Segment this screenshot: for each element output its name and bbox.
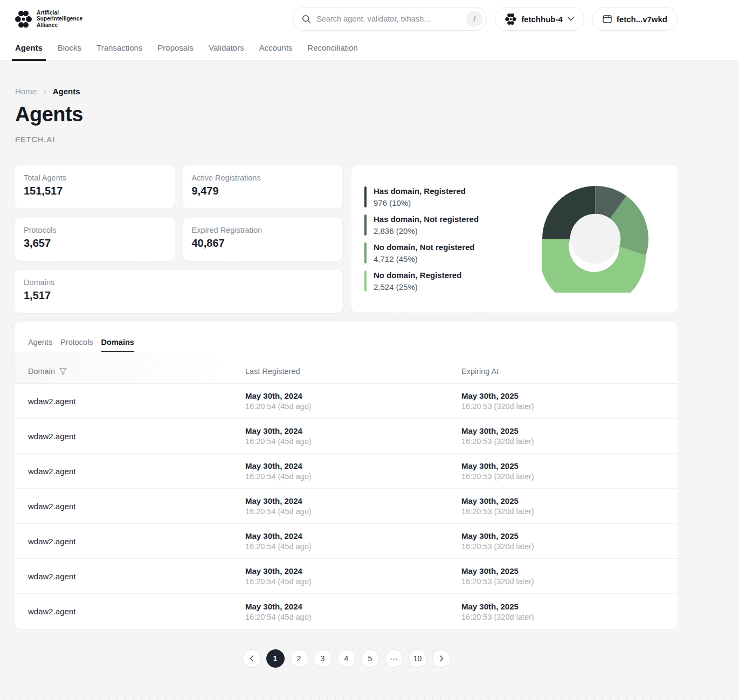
table-row[interactable]: wdaw2.agent May 30th, 2024 16:20:54 (45d… [15,559,678,594]
filter-icon[interactable] [59,368,67,375]
column-header-domain: Domain [28,367,55,376]
search-shortcut-badge: / [466,11,482,27]
table-row[interactable]: wdaw2.agent May 30th, 2024 16:20:54 (45d… [15,524,678,559]
table-body: wdaw2.agent May 30th, 2024 16:20:54 (45d… [15,384,678,629]
domain-cell: wdaw2.agent [15,607,245,616]
search-bar[interactable]: / [293,7,487,31]
domain-cell: wdaw2.agent [15,397,245,406]
table-row[interactable]: wdaw2.agent May 30th, 2024 16:20:54 (45d… [15,489,678,524]
wallet-address-label: fetch...v7wkd [617,15,667,24]
stat-card-expired-registration: Expired Registration 40,867 [183,218,343,261]
pagination-page-button[interactable]: 3 [314,649,332,668]
pagination-page-button[interactable]: 10 [409,649,427,668]
chevron-left-icon [250,655,254,662]
donut-hole [571,214,620,264]
last-registered-cell: May 30th, 2024 16:20:54 (45d ago) [245,461,461,481]
network-selector-button[interactable]: fetchhub-4 [495,7,584,31]
domain-cell: wdaw2.agent [15,467,245,476]
last-registered-cell: May 30th, 2024 16:20:54 (45d ago) [245,426,461,446]
legend-item[interactable]: Has domain, Not registered 2,836 (20%) [364,214,479,235]
legend-value: 2,836 (20%) [374,226,479,235]
stat-card-domains: Domains 1,517 [15,270,342,313]
page-subtitle: FETCH.AI [15,135,678,144]
table-tabs: Agents Protocols Domains [28,338,678,352]
breadcrumb-current: Agents [53,87,80,96]
stat-value: 151,517 [24,185,166,197]
table-tab[interactable]: Agents [28,338,52,352]
search-input[interactable] [316,15,461,23]
table-row[interactable]: wdaw2.agent May 30th, 2024 16:20:54 (45d… [15,594,678,629]
stat-value: 3,657 [24,237,166,249]
expiring-at-cell: May 30th, 2025 16:20:53 (320d later) [461,602,678,621]
nav-item[interactable]: Transactions [96,43,142,60]
stat-label: Protocols [24,226,166,234]
brand-name: Artificial Superintelligence Alliance [37,10,82,29]
pagination: 1 2 3 4 5 ··· 10 [15,649,678,668]
domain-registration-chart-card: Has domain, Registered 976 (10%) Has dom… [351,165,678,313]
asi-logo-icon [15,10,32,29]
pagination-page-button[interactable]: 1 [266,649,285,668]
table-row[interactable]: wdaw2.agent May 30th, 2024 16:20:54 (45d… [15,384,678,419]
wallet-button[interactable]: fetch...v7wkd [592,7,678,31]
nav-item[interactable]: Reconciliation [307,43,357,60]
expiring-at-cell: May 30th, 2025 16:20:53 (320d later) [461,566,678,586]
stat-label: Expired Registration [192,226,334,234]
nav-item[interactable]: Proposals [157,43,194,60]
nav-item[interactable]: Accounts [259,43,293,60]
pagination-page-button[interactable]: 2 [290,649,308,668]
search-icon [302,15,311,24]
stat-label: Total Agents [24,174,166,182]
top-bar: Artificial Superintelligence Alliance / [0,0,739,61]
wallet-icon [603,15,612,23]
legend-color-bar [364,186,367,207]
domain-cell: wdaw2.agent [15,572,245,581]
legend-color-bar [364,242,367,264]
main-nav: Agents Blocks Transactions Proposals Val… [15,43,678,60]
brand-logo[interactable]: Artificial Superintelligence Alliance [15,10,82,29]
nav-item[interactable]: Agents [15,43,43,60]
domain-cell: wdaw2.agent [15,502,245,511]
legend-color-bar [364,271,367,292]
stat-value: 9,479 [192,185,334,197]
legend-item[interactable]: Has domain, Registered 976 (10%) [364,186,479,207]
pagination-page-button[interactable]: 4 [337,649,356,668]
table-row[interactable]: wdaw2.agent May 30th, 2024 16:20:54 (45d… [15,419,678,454]
domain-cell: wdaw2.agent [15,432,245,441]
last-registered-cell: May 30th, 2024 16:20:54 (45d ago) [245,531,461,551]
legend-label: No domain, Registered [374,271,461,280]
legend-value: 2,524 (25%) [374,282,461,292]
table-tab[interactable]: Domains [101,338,134,352]
pagination-page-button[interactable]: ··· [385,649,403,668]
network-label: fetchhub-4 [521,15,563,24]
donut-chart [542,185,649,293]
breadcrumb-separator-icon: › [43,87,46,96]
stat-label: Domains [24,278,334,287]
legend-label: Has domain, Not registered [374,214,479,224]
expiring-at-cell: May 30th, 2025 16:20:53 (320d later) [461,531,678,551]
legend-item[interactable]: No domain, Not registered 4,712 (45%) [364,242,479,264]
stat-cards: Total Agents 151,517 Active Registration… [15,165,342,313]
legend-item[interactable]: No domain, Registered 2,524 (25%) [364,271,479,292]
legend-color-bar [364,214,367,235]
stat-card-protocols: Protocols 3,657 [15,218,175,261]
stat-value: 1,517 [24,289,334,302]
chart-legend: Has domain, Registered 976 (10%) Has dom… [364,186,479,292]
expiring-at-cell: May 30th, 2025 16:20:53 (320d later) [461,391,678,411]
table-row[interactable]: wdaw2.agent May 30th, 2024 16:20:54 (45d… [15,454,678,489]
pagination-next-button[interactable] [432,649,451,668]
column-header-last-registered: Last Registered [245,367,461,376]
pagination-prev-button[interactable] [243,649,261,668]
pagination-page-button[interactable]: 5 [361,649,379,668]
nav-item[interactable]: Validators [209,43,244,60]
stat-label: Active Registrations [192,174,334,182]
nav-item[interactable]: Blocks [58,43,81,60]
expiring-at-cell: May 30th, 2025 16:20:53 (320d later) [461,496,678,516]
table-tab[interactable]: Protocols [60,338,93,352]
chevron-right-icon [439,655,444,662]
stat-value: 40,867 [192,237,334,249]
breadcrumb-home-link[interactable]: Home [15,87,37,96]
main-content: Home › Agents Agents FETCH.AI Total Agen… [15,87,678,668]
legend-value: 976 (10%) [374,198,466,207]
chevron-down-icon [568,17,574,21]
domains-table-card: Agents Protocols Domains Domain Last Reg… [15,322,678,629]
